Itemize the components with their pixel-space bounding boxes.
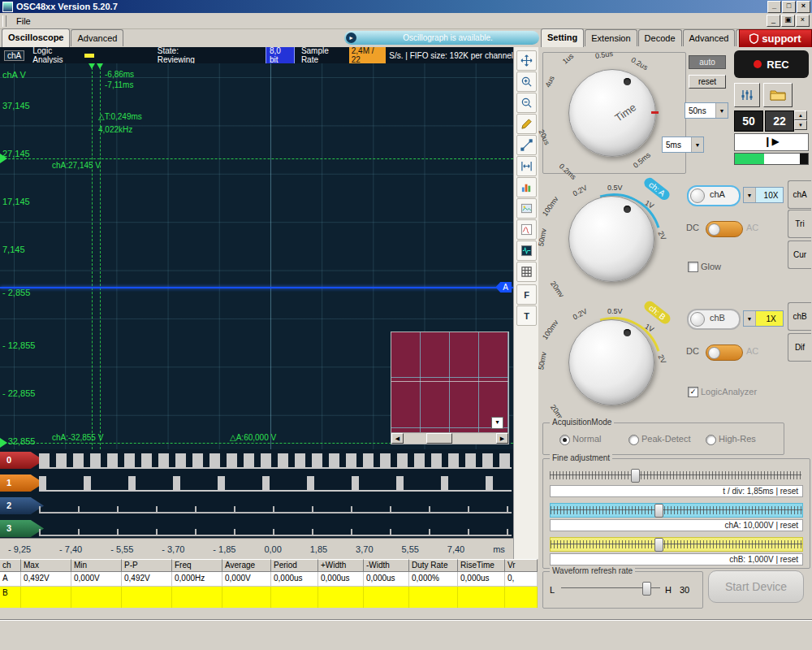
inset-dropdown-icon[interactable]: ▾ [491, 417, 503, 429]
diagonal-line-icon[interactable] [516, 135, 537, 155]
status-play-icon[interactable]: ▸ [346, 32, 356, 43]
side-tab-dif[interactable]: Dif [788, 333, 811, 362]
rec-button[interactable]: REC [734, 50, 809, 78]
channel-a-coupling-toggle[interactable] [706, 221, 743, 237]
t-button[interactable]: T [516, 306, 537, 326]
horizontal-measure-icon[interactable] [516, 156, 537, 176]
waveform-icon[interactable] [516, 240, 537, 261]
minimize-button[interactable]: _ [767, 1, 781, 13]
grid-icon[interactable] [516, 262, 537, 282]
scope-cha-label[interactable]: chA [4, 50, 24, 61]
snapshot-icon[interactable] [516, 198, 537, 219]
timebase-fine-handle[interactable] [631, 469, 640, 483]
sample-rate-value[interactable]: 2,4M / 22 [349, 47, 387, 63]
f-button[interactable]: F [516, 284, 537, 305]
side-tab-cha[interactable]: chA [788, 180, 811, 209]
tab-setting[interactable]: Setting [541, 28, 584, 47]
timebase-dropdown-2[interactable]: 5ms▼ [662, 136, 704, 153]
dropdown-arrow-icon[interactable]: ▼ [744, 311, 756, 326]
tab-advanced-right[interactable]: Advanced [683, 29, 736, 46]
side-tab-tri[interactable]: Tri [788, 210, 811, 238]
time-knob[interactable]: Time [568, 69, 656, 157]
cursor-2-handle-icon[interactable] [97, 63, 103, 69]
channel-a-probe-dropdown[interactable]: ▼ 10X [743, 187, 784, 203]
spinner-up-icon[interactable]: ▲ [794, 110, 807, 120]
scope-toolbar: F T [513, 47, 539, 559]
logic-channel-1-badge[interactable]: 1 [0, 474, 44, 492]
zoom-inset-window[interactable]: ▾ ◀ ▶ [391, 332, 509, 444]
support-button[interactable]: support [739, 29, 812, 48]
inset-scroll-right-icon[interactable]: ▶ [496, 433, 508, 444]
time-cursor-1[interactable] [92, 63, 93, 449]
mixer-button[interactable] [734, 83, 760, 107]
close-button[interactable]: × [797, 1, 810, 13]
glow-checkbox[interactable] [688, 262, 698, 272]
frame-spinner[interactable]: ▲ ▼ [794, 110, 807, 130]
channel-b-probe-dropdown[interactable]: ▼ 1X [743, 310, 784, 327]
channel-b-toggle[interactable]: chB [687, 309, 741, 330]
time-cursor-2[interactable] [100, 63, 101, 449]
timebase-dropdown-1[interactable]: 50ns▼ [685, 102, 728, 119]
tab-oscilloscope[interactable]: Oscilloscope [2, 28, 70, 47]
zoom-in-icon[interactable] [516, 72, 537, 92]
status-pill: ▸ Oscillograph is available. [344, 31, 539, 45]
inset-scroll-thumb[interactable] [426, 433, 452, 444]
start-device-button[interactable]: Start Device [708, 570, 804, 603]
tab-extension[interactable]: Extension [585, 29, 637, 46]
channel-a-fine-slider[interactable] [550, 503, 803, 518]
level-marker-bottom-arrow-icon[interactable] [0, 438, 7, 448]
pan-icon[interactable] [516, 50, 537, 71]
menu-file[interactable]: File [11, 16, 36, 26]
logic-trace-0 [39, 453, 512, 469]
inset-scrollbar[interactable]: ◀ ▶ [391, 432, 508, 444]
tab-decode[interactable]: Decode [638, 29, 682, 46]
refresh-rate-slider[interactable] [561, 582, 660, 595]
auto-button[interactable]: auto [689, 55, 726, 69]
level-marker-top-arrow-icon[interactable] [0, 154, 7, 163]
table-row-a[interactable]: A0,492V 0,000V0,492V 0,000Hz0,000V 0,000… [0, 572, 538, 587]
radio-high-res[interactable] [706, 435, 716, 445]
channel-a-badge: ch: A [642, 176, 672, 202]
side-tab-chb[interactable]: chB [788, 302, 811, 331]
spinner-down-icon[interactable]: ▼ [794, 120, 807, 130]
dropdown-arrow-icon[interactable]: ▼ [715, 103, 728, 118]
logic-analyzer-checkbox[interactable]: ✓ [688, 387, 698, 397]
channel-b-fine-slider[interactable] [550, 537, 803, 552]
logic-channel-0-badge[interactable]: 0 [0, 452, 44, 469]
dropdown-arrow-icon[interactable]: ▼ [691, 137, 703, 152]
level-marker-top-line[interactable] [0, 158, 513, 159]
channel-a-toggle[interactable]: chA [687, 185, 741, 206]
chart-icon[interactable] [516, 219, 537, 240]
radio-normal[interactable] [559, 435, 570, 445]
child-close-button[interactable]: × [796, 15, 810, 27]
trace-a-tag[interactable]: A [495, 282, 512, 292]
tab-advanced-left[interactable]: Advanced [71, 29, 123, 46]
dropdown-arrow-icon[interactable]: ▼ [744, 188, 756, 202]
timebase-fine-slider[interactable] [550, 469, 801, 482]
maximize-button[interactable]: □ [782, 1, 796, 13]
child-restore-button[interactable]: ▣ [781, 15, 795, 27]
cursor-1-handle-icon[interactable] [89, 63, 95, 69]
refresh-rate-handle[interactable] [642, 582, 651, 596]
channel-b-fine-handle[interactable] [654, 538, 663, 552]
open-folder-button[interactable] [763, 83, 793, 107]
histogram-icon[interactable] [516, 177, 537, 197]
playback-button[interactable]: ❙▶ [734, 133, 809, 151]
reset-button[interactable]: reset [689, 75, 726, 89]
side-tab-cur[interactable]: Cur [788, 240, 811, 269]
pencil-icon[interactable] [516, 114, 537, 134]
channel-b-coupling-toggle[interactable] [706, 344, 743, 361]
table-row-b[interactable]: B [0, 587, 538, 608]
channel-b-volts-knob[interactable] [568, 319, 654, 405]
magnifier-icon[interactable] [516, 93, 537, 113]
channel-a-volts-knob[interactable] [568, 196, 654, 282]
logic-channel-3-badge[interactable]: 3 [0, 520, 44, 537]
inset-scroll-left-icon[interactable]: ◀ [391, 433, 404, 444]
channel-b-dc-label: DC [686, 346, 699, 356]
logic-channel-2-badge[interactable]: 2 [0, 497, 44, 514]
channel-a-fine-handle[interactable] [654, 504, 663, 518]
radio-peak-detect[interactable] [628, 435, 639, 445]
child-minimize-button[interactable]: _ [767, 15, 780, 27]
scope-canvas[interactable]: chA V 37,145 27,145 17,145 7,145 - 2,855… [0, 63, 513, 449]
logic-analysis-label[interactable]: Logic Analysis [32, 47, 81, 63]
